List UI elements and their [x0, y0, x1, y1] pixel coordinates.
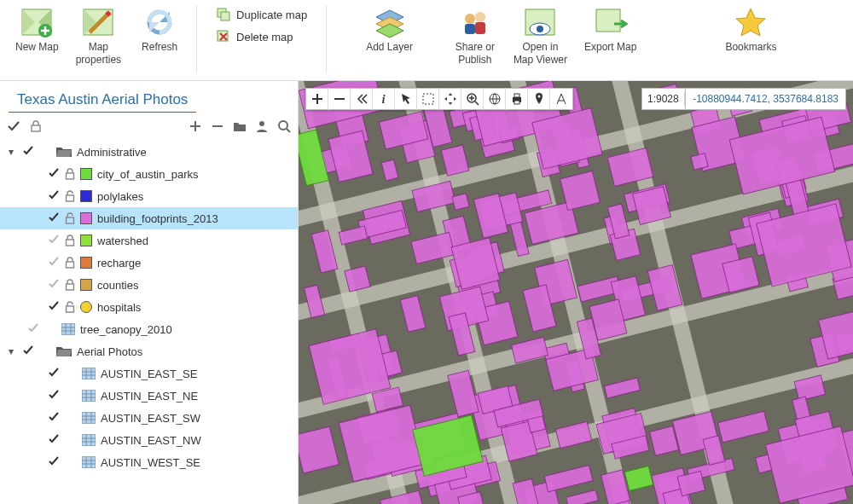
new-map-label: New Map: [15, 41, 59, 54]
new-map-icon: [20, 5, 54, 39]
lock-icon[interactable]: [65, 168, 75, 180]
share-button[interactable]: Share or Publish: [449, 3, 502, 68]
check-icon[interactable]: [48, 433, 60, 448]
bookmarks-button[interactable]: Bookmarks: [720, 3, 781, 55]
folder-open-icon: [56, 146, 72, 158]
tree-layer[interactable]: AUSTIN_WEST_SE: [0, 451, 298, 473]
lock-icon[interactable]: [65, 190, 75, 202]
svg-rect-19: [67, 217, 74, 223]
lock-icon[interactable]: [65, 212, 75, 224]
tree-layer[interactable]: counties: [0, 274, 298, 296]
globe-icon[interactable]: [484, 88, 506, 110]
svg-point-36: [537, 96, 540, 98]
tree-layer[interactable]: polylakes: [0, 185, 298, 207]
add-layer-label: Add Layer: [366, 41, 413, 54]
lock-icon[interactable]: [65, 279, 75, 291]
svg-rect-26: [82, 390, 96, 402]
open-viewer-button[interactable]: Open in Map Viewer: [508, 3, 572, 68]
svg-rect-20: [67, 240, 74, 246]
pointer-icon[interactable]: [395, 88, 417, 110]
tree-layer[interactable]: watershed: [0, 229, 298, 252]
measure-icon[interactable]: [550, 88, 572, 110]
map-properties-label: Map properties: [76, 41, 121, 67]
check-all-icon[interactable]: [7, 119, 20, 136]
chevron-down-icon[interactable]: ▾: [5, 345, 17, 357]
check-icon[interactable]: [48, 455, 60, 470]
add-layer-button[interactable]: Add Layer: [361, 3, 418, 55]
chevron-down-icon[interactable]: ▾: [5, 146, 17, 158]
user-icon[interactable]: [255, 119, 269, 136]
print-icon[interactable]: [506, 88, 528, 110]
delete-map-button[interactable]: Delete map: [211, 26, 312, 48]
lock-icon[interactable]: [65, 235, 75, 246]
check-icon[interactable]: [27, 322, 39, 337]
delete-map-icon: [216, 29, 231, 44]
layer-swatch: [80, 301, 92, 313]
group-label: Administrative: [77, 146, 147, 159]
check-icon[interactable]: [48, 278, 60, 293]
marker-icon[interactable]: [528, 88, 550, 110]
svg-rect-22: [67, 284, 74, 290]
map-properties-button[interactable]: Map properties: [71, 3, 126, 68]
zoom-icon[interactable]: [277, 119, 291, 136]
lock-all-icon[interactable]: [29, 119, 43, 136]
share-icon: [458, 5, 492, 39]
folder-icon[interactable]: [233, 119, 247, 136]
tree-layer[interactable]: AUSTIN_EAST_NW: [0, 429, 298, 451]
info-icon[interactable]: i: [373, 88, 395, 110]
check-icon[interactable]: [48, 256, 60, 270]
check-icon[interactable]: [48, 367, 60, 381]
tree-group-aerial[interactable]: ▾ Aerial Photos: [0, 340, 298, 362]
tree-layer[interactable]: AUSTIN_EAST_NE: [0, 385, 298, 407]
lock-icon[interactable]: [65, 301, 75, 313]
export-map-icon: [594, 5, 628, 39]
tree-layer[interactable]: AUSTIN_EAST_SE: [0, 362, 298, 385]
map-canvas[interactable]: i 1:9028 -10880944.7412, 3537684.8183: [299, 81, 853, 504]
check-icon[interactable]: [48, 167, 60, 182]
layer-label: AUSTIN_EAST_NW: [101, 434, 201, 447]
svg-point-15: [259, 121, 264, 126]
check-icon[interactable]: [48, 300, 60, 315]
group-label: Aerial Photos: [77, 345, 142, 358]
check-icon[interactable]: [48, 411, 60, 426]
refresh-label: Refresh: [142, 41, 177, 54]
svg-rect-9: [475, 22, 485, 34]
duplicate-map-button[interactable]: Duplicate map: [211, 3, 312, 26]
tree-layer[interactable]: recharge: [0, 252, 298, 274]
zoom-out-icon[interactable]: [328, 88, 351, 110]
zoom-extent-icon[interactable]: [461, 88, 484, 110]
pan-icon[interactable]: [439, 88, 461, 110]
new-map-button[interactable]: New Map: [10, 3, 64, 55]
check-icon[interactable]: [48, 211, 60, 226]
layer-swatch: [80, 212, 92, 224]
raster-icon: [82, 390, 96, 402]
tree-layer[interactable]: hospitals: [0, 296, 298, 318]
duplicate-map-label: Duplicate map: [236, 9, 307, 21]
check-icon[interactable]: [22, 145, 34, 159]
svg-point-12: [537, 26, 543, 32]
check-icon[interactable]: [48, 389, 60, 403]
select-rect-icon[interactable]: [417, 88, 439, 110]
refresh-button[interactable]: Refresh: [133, 3, 186, 55]
layer-swatch: [80, 190, 92, 202]
check-icon[interactable]: [48, 189, 60, 204]
chevrons-icon[interactable]: [351, 88, 373, 110]
svg-rect-17: [67, 173, 74, 179]
svg-rect-28: [82, 434, 96, 446]
tree-group-administrative[interactable]: ▾ Administrative: [0, 141, 298, 163]
export-map-button[interactable]: Export Map: [579, 3, 641, 55]
check-icon[interactable]: [48, 234, 60, 248]
raster-icon: [82, 434, 96, 446]
tree-layer[interactable]: building_footprints_2013: [0, 207, 298, 229]
layer-label: hospitals: [97, 301, 141, 314]
lock-icon[interactable]: [65, 257, 75, 269]
tree-layer[interactable]: tree_canopy_2010: [0, 318, 298, 340]
open-viewer-icon: [523, 5, 557, 39]
zoom-in-icon[interactable]: [306, 88, 328, 110]
remove-icon[interactable]: [211, 119, 224, 136]
add-icon[interactable]: [189, 119, 202, 136]
tree-layer[interactable]: AUSTIN_EAST_SW: [0, 407, 298, 429]
check-icon[interactable]: [22, 345, 34, 359]
tree-layer[interactable]: city_of_austin_parks: [0, 163, 298, 185]
layer-label: building_footprints_2013: [97, 212, 218, 225]
